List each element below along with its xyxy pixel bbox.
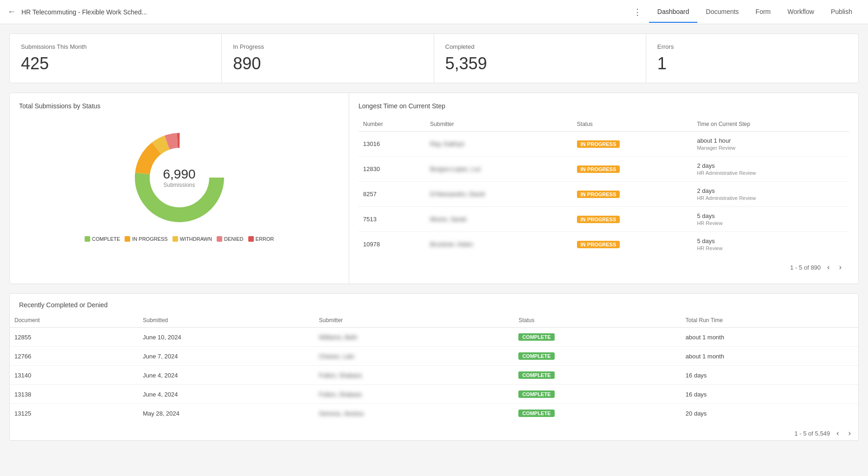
tab-dashboard[interactable]: Dashboard bbox=[649, 1, 698, 23]
lt-status-1: IN PROGRESS bbox=[572, 157, 692, 182]
stat-in-progress: In Progress 890 bbox=[222, 34, 434, 83]
rc-status-2: COMPLETE bbox=[514, 366, 681, 385]
col-submitter-header: Submitter bbox=[425, 117, 572, 132]
rc-doc-2: 13140 bbox=[10, 366, 138, 385]
donut-center: 6,990 Submissions bbox=[163, 167, 195, 188]
rc-submitter-2: Fulton, Shakara bbox=[314, 366, 514, 385]
recently-completed-table: Document Submitted Submitter Status Tota… bbox=[10, 313, 858, 423]
stats-row: Submissions This Month 425 In Progress 8… bbox=[9, 33, 859, 83]
lt-time-value-2: 2 days bbox=[697, 187, 844, 194]
tab-workflow[interactable]: Workflow bbox=[779, 1, 822, 23]
longest-time-pagination: 1 - 5 of 890 ‹ › bbox=[358, 257, 849, 274]
longest-time-prev-button[interactable]: ‹ bbox=[824, 262, 832, 272]
rc-doc-1: 12766 bbox=[10, 347, 138, 366]
longest-time-header: Number Submitter Status Time on Current … bbox=[358, 117, 849, 132]
rc-badge-2: COMPLETE bbox=[518, 371, 554, 379]
legend-error: ERROR bbox=[248, 236, 274, 242]
lt-badge-4: IN PROGRESS bbox=[577, 241, 620, 248]
tab-documents[interactable]: Documents bbox=[697, 1, 747, 23]
tab-publish[interactable]: Publish bbox=[822, 1, 861, 23]
longest-time-row[interactable]: 8257 D'Alessandro, David IN PROGRESS 2 d… bbox=[358, 182, 849, 207]
stat-completed-label: Completed bbox=[445, 43, 635, 50]
recently-completed-prev-button[interactable]: ‹ bbox=[834, 428, 841, 438]
legend-in-progress-dot bbox=[125, 236, 130, 242]
stat-submissions: Submissions This Month 425 bbox=[10, 34, 222, 83]
rc-submitter-0: Williams, Beth bbox=[314, 328, 514, 347]
lt-time-value-4: 5 days bbox=[697, 238, 844, 245]
rc-submitter-1: Chavez, Lalo bbox=[314, 347, 514, 366]
lt-status-4: IN PROGRESS bbox=[572, 232, 692, 257]
recently-completed-next-button[interactable]: › bbox=[846, 428, 854, 438]
rc-submitted-0: June 10, 2024 bbox=[138, 328, 314, 347]
recently-completed-row[interactable]: 12766 June 7, 2024 Chavez, Lalo COMPLETE… bbox=[10, 347, 858, 366]
lt-time-0: about 1 hour Manager Review bbox=[692, 132, 849, 157]
lt-time-3: 5 days HR Review bbox=[692, 207, 849, 232]
lt-submitter-3: Moore, Sarah bbox=[425, 207, 572, 232]
legend-complete-dot bbox=[85, 236, 90, 242]
rc-doc-4: 13125 bbox=[10, 404, 138, 423]
col-status-header: Status bbox=[572, 117, 692, 132]
lt-step-2: HR Administrative Review bbox=[697, 195, 844, 201]
recently-completed-pagination-text: 1 - 5 of 5,549 bbox=[795, 430, 830, 437]
rc-status-1: COMPLETE bbox=[514, 347, 681, 366]
chart-legend: COMPLETE IN PROGRESS WITHDRAWN DENIED bbox=[85, 236, 274, 242]
lt-status-2: IN PROGRESS bbox=[572, 182, 692, 207]
rc-submitted-2: June 4, 2024 bbox=[138, 366, 314, 385]
recently-completed-row[interactable]: 13138 June 4, 2024 Fulton, Shakara COMPL… bbox=[10, 385, 858, 404]
col-doc-header: Document bbox=[10, 313, 138, 328]
legend-in-progress-label: IN PROGRESS bbox=[132, 236, 167, 242]
legend-withdrawn-label: WITHDRAWN bbox=[180, 236, 212, 242]
legend-complete: COMPLETE bbox=[85, 236, 120, 242]
top-nav: ← HR Telecommuting - Flexible Work Sched… bbox=[0, 0, 868, 24]
more-options-icon[interactable]: ⋮ bbox=[633, 7, 642, 17]
legend-withdrawn-dot bbox=[172, 236, 178, 242]
longest-time-pagination-text: 1 - 5 of 890 bbox=[790, 264, 821, 271]
back-button[interactable]: ← bbox=[7, 7, 16, 17]
donut-container: 6,990 Submissions COMPLETE IN PROGRESS bbox=[19, 117, 339, 246]
lt-badge-0: IN PROGRESS bbox=[577, 140, 620, 148]
longest-time-row[interactable]: 12830 Burgos-Lopez, Luz IN PROGRESS 2 da… bbox=[358, 157, 849, 182]
stat-completed: Completed 5,359 bbox=[434, 34, 646, 83]
recently-completed-row[interactable]: 12855 June 10, 2024 Williams, Beth COMPL… bbox=[10, 328, 858, 347]
lt-number-4: 10978 bbox=[358, 232, 425, 257]
rc-runtime-2: 16 days bbox=[681, 366, 858, 385]
donut-value: 6,990 bbox=[163, 167, 195, 182]
longest-time-row[interactable]: 7513 Moore, Sarah IN PROGRESS 5 days HR … bbox=[358, 207, 849, 232]
nav-title: HR Telecommuting - Flexible Work Sched..… bbox=[21, 8, 633, 16]
longest-time-table: Number Submitter Status Time on Current … bbox=[358, 117, 849, 257]
legend-withdrawn: WITHDRAWN bbox=[172, 236, 212, 242]
lt-badge-2: IN PROGRESS bbox=[577, 191, 620, 198]
lt-time-value-0: about 1 hour bbox=[697, 137, 844, 144]
lt-step-0: Manager Review bbox=[697, 145, 844, 151]
longest-time-row[interactable]: 10978 Bruckner, Helen IN PROGRESS 5 days… bbox=[358, 232, 849, 257]
col-submitted-header: Submitted bbox=[138, 313, 314, 328]
longest-time-panel: Longest Time on Current Step Number Subm… bbox=[349, 93, 858, 284]
legend-error-label: ERROR bbox=[256, 236, 274, 242]
rc-submitter-3: Fulton, Shakara bbox=[314, 385, 514, 404]
chart-panel: Total Submissions by Status bbox=[10, 93, 349, 284]
legend-error-dot bbox=[248, 236, 254, 242]
main-content: Submissions This Month 425 In Progress 8… bbox=[0, 24, 868, 450]
legend-denied-label: DENIED bbox=[224, 236, 244, 242]
rc-submitted-3: June 4, 2024 bbox=[138, 385, 314, 404]
recently-completed-row[interactable]: 13125 May 28, 2024 Genova, Jessica COMPL… bbox=[10, 404, 858, 423]
lt-step-4: HR Review bbox=[697, 245, 844, 251]
lt-badge-3: IN PROGRESS bbox=[577, 216, 620, 223]
longest-time-next-button[interactable]: › bbox=[836, 262, 844, 272]
lt-time-value-3: 5 days bbox=[697, 212, 844, 219]
longest-time-row[interactable]: 13016 Ray, Kathryn IN PROGRESS about 1 h… bbox=[358, 132, 849, 157]
recently-completed-row[interactable]: 13140 June 4, 2024 Fulton, Shakara COMPL… bbox=[10, 366, 858, 385]
rc-submitter-4: Genova, Jessica bbox=[314, 404, 514, 423]
rc-doc-3: 13138 bbox=[10, 385, 138, 404]
lt-status-0: IN PROGRESS bbox=[572, 132, 692, 157]
rc-runtime-0: about 1 month bbox=[681, 328, 858, 347]
lt-badge-1: IN PROGRESS bbox=[577, 165, 620, 173]
donut-label: Submissions bbox=[163, 182, 195, 188]
chart-title: Total Submissions by Status bbox=[19, 102, 339, 110]
legend-complete-label: COMPLETE bbox=[92, 236, 120, 242]
tab-form[interactable]: Form bbox=[747, 1, 779, 23]
stat-in-progress-label: In Progress bbox=[233, 43, 422, 50]
lt-step-1: HR Administrative Review bbox=[697, 170, 844, 176]
stat-completed-value: 5,359 bbox=[445, 54, 635, 73]
lt-number-2: 8257 bbox=[358, 182, 425, 207]
